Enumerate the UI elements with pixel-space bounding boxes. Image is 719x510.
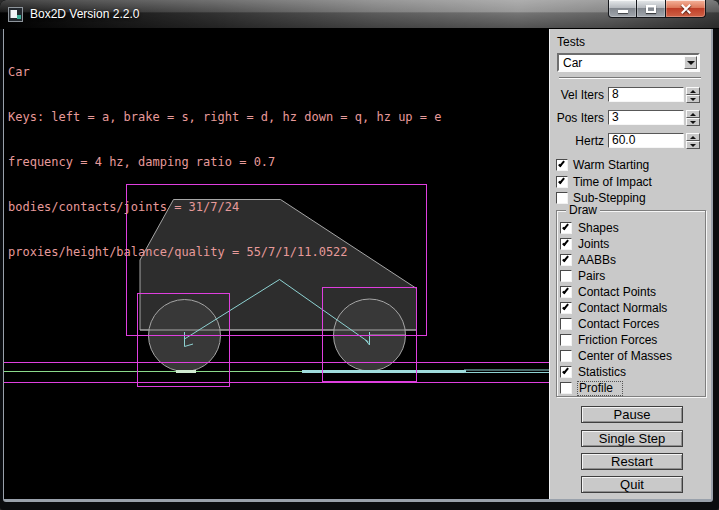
pos-iters-label: Pos Iters bbox=[557, 111, 604, 125]
check-icon bbox=[562, 239, 569, 246]
pos-iters-input[interactable]: 3 bbox=[608, 110, 684, 125]
checkbox-box bbox=[560, 318, 572, 330]
vel-iters-down-button[interactable] bbox=[686, 95, 700, 103]
single-step-button[interactable]: Single Step bbox=[581, 430, 683, 447]
checkbox-box bbox=[556, 176, 568, 188]
check-icon bbox=[562, 255, 569, 262]
checkbox-box bbox=[560, 254, 572, 266]
app-window: Box2D Version 2.2.0 bbox=[0, 0, 719, 510]
restart-button[interactable]: Restart bbox=[581, 453, 683, 470]
draw-group: Draw Shapes Joints AABBs Pairs bbox=[556, 210, 706, 397]
checkbox-label: Time of Impact bbox=[573, 176, 652, 189]
arrow-down-icon bbox=[690, 121, 696, 124]
stat-line-bodies: bodies/contacts/joints = 31/7/24 bbox=[8, 200, 441, 215]
checkbox-label: Warm Starting bbox=[573, 159, 649, 172]
hertz-up-button[interactable] bbox=[686, 133, 700, 141]
checkbox-label: Statistics bbox=[578, 366, 626, 379]
checkbox-box bbox=[560, 302, 572, 314]
app-icon bbox=[8, 7, 23, 22]
hertz-down-button[interactable] bbox=[686, 141, 700, 149]
pos-iters-stepper bbox=[686, 110, 700, 126]
minimize-icon bbox=[618, 10, 628, 13]
tests-dropdown[interactable]: Car bbox=[557, 53, 700, 72]
quit-button[interactable]: Quit bbox=[581, 476, 683, 493]
check-icon bbox=[562, 367, 569, 374]
arrow-up-icon bbox=[690, 90, 696, 93]
tests-dropdown-arrow-button[interactable] bbox=[684, 56, 697, 69]
checkbox-box bbox=[560, 334, 572, 346]
checkbox-label: Contact Forces bbox=[578, 318, 659, 331]
maximize-button[interactable] bbox=[637, 0, 666, 18]
checkbox-label: AABBs bbox=[578, 254, 616, 267]
pos-iters-up-button[interactable] bbox=[686, 110, 700, 118]
stat-line-test-name: Car bbox=[8, 65, 441, 80]
checkbox-box bbox=[556, 159, 568, 171]
checkbox-box bbox=[560, 366, 572, 378]
checkbox-label: Profile bbox=[578, 382, 622, 395]
vel-iters-row: Vel Iters 8 bbox=[550, 87, 710, 103]
arrow-up-icon bbox=[690, 113, 696, 116]
window-controls bbox=[608, 0, 706, 18]
arrow-down-icon bbox=[690, 144, 696, 147]
pos-iters-row: Pos Iters 3 bbox=[550, 110, 710, 126]
check-icon bbox=[558, 160, 565, 167]
close-icon bbox=[680, 3, 692, 15]
maximize-icon bbox=[646, 5, 656, 13]
minimize-button[interactable] bbox=[608, 0, 637, 18]
draw-group-legend: Draw bbox=[566, 204, 600, 217]
check-icon bbox=[562, 303, 569, 310]
client-area: Car Keys: left = a, brake = s, right = d… bbox=[4, 29, 711, 499]
checkbox-label: Center of Masses bbox=[578, 350, 672, 363]
window-title: Box2D Version 2.2.0 bbox=[30, 7, 139, 21]
title-bar[interactable]: Box2D Version 2.2.0 bbox=[0, 0, 719, 29]
arrow-up-icon bbox=[690, 136, 696, 139]
tests-label: Tests bbox=[557, 35, 585, 49]
vel-iters-stepper bbox=[686, 87, 700, 103]
checkbox-box bbox=[560, 238, 572, 250]
hertz-label: Hertz bbox=[575, 134, 604, 148]
check-icon bbox=[562, 287, 569, 294]
checkbox-box bbox=[560, 222, 572, 234]
checkbox-label: Shapes bbox=[578, 222, 619, 235]
tests-dropdown-value: Car bbox=[563, 56, 582, 70]
control-panel: Tests Car Vel Iters 8 Pos Iters 3 bbox=[549, 29, 711, 499]
checkbox-box bbox=[556, 192, 568, 204]
hertz-input[interactable]: 60.0 bbox=[608, 133, 684, 148]
hertz-row: Hertz 60.0 bbox=[550, 133, 710, 149]
checkbox-label: Friction Forces bbox=[578, 334, 657, 347]
checkbox-box bbox=[560, 286, 572, 298]
stat-line-proxies: proxies/height/balance/quality = 55/7/1/… bbox=[8, 245, 441, 260]
pause-button[interactable]: Pause bbox=[581, 406, 683, 423]
separator-line bbox=[559, 77, 701, 79]
checkbox-label: Pairs bbox=[578, 270, 605, 283]
arrow-down-icon bbox=[690, 98, 696, 101]
check-icon bbox=[562, 223, 569, 230]
checkbox-box bbox=[560, 350, 572, 362]
close-button[interactable] bbox=[666, 0, 706, 18]
simulation-canvas[interactable]: Car Keys: left = a, brake = s, right = d… bbox=[4, 29, 549, 499]
check-icon bbox=[558, 177, 565, 184]
stat-line-keys: Keys: left = a, brake = s, right = d, hz… bbox=[8, 110, 441, 125]
pos-iters-down-button[interactable] bbox=[686, 118, 700, 126]
vel-iters-input[interactable]: 8 bbox=[608, 87, 684, 102]
hertz-stepper bbox=[686, 133, 700, 149]
checkbox-label: Contact Normals bbox=[578, 302, 667, 315]
checkbox-box bbox=[560, 382, 572, 394]
vel-iters-label: Vel Iters bbox=[561, 88, 604, 102]
checkbox-box bbox=[560, 270, 572, 282]
stat-line-frequency: frequency = 4 hz, damping ratio = 0.7 bbox=[8, 155, 441, 170]
checkbox-label: Joints bbox=[578, 238, 609, 251]
vel-iters-up-button[interactable] bbox=[686, 87, 700, 95]
chevron-down-icon bbox=[687, 61, 695, 65]
debug-stats: Car Keys: left = a, brake = s, right = d… bbox=[8, 35, 441, 290]
checkbox-label: Contact Points bbox=[578, 286, 656, 299]
